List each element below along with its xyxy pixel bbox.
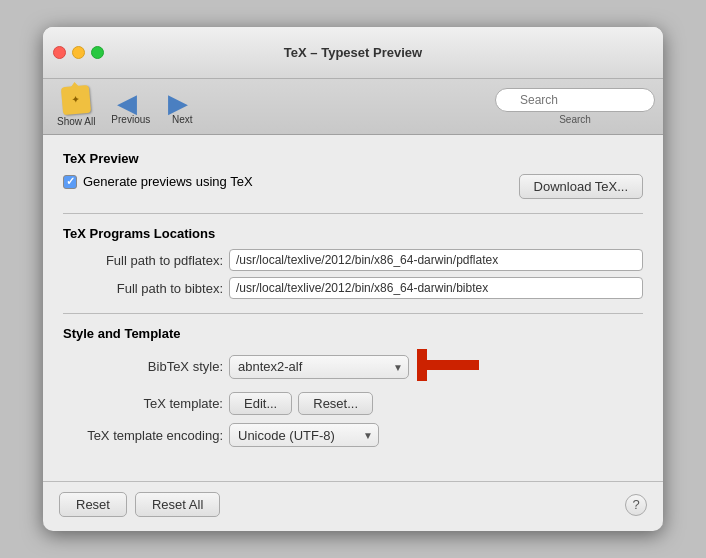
next-button[interactable]: Next bbox=[160, 84, 204, 129]
template-buttons: Edit... Reset... bbox=[229, 392, 373, 415]
tex-preview-section: TeX Preview Generate previews using TeX … bbox=[63, 151, 643, 199]
divider-1 bbox=[63, 213, 643, 214]
next-icon bbox=[168, 88, 196, 112]
red-arrow-indicator bbox=[417, 349, 482, 384]
divider-2 bbox=[63, 313, 643, 314]
main-window: TeX – Typeset Preview ✦ Show All Previou… bbox=[43, 27, 663, 531]
tex-programs-section: TeX Programs Locations Full path to pdfl… bbox=[63, 226, 643, 299]
search-wrapper: 🔍 Search bbox=[495, 88, 655, 125]
show-all-button[interactable]: ✦ Show All bbox=[51, 82, 101, 131]
minimize-button[interactable] bbox=[72, 46, 85, 59]
tex-preview-title: TeX Preview bbox=[63, 151, 643, 166]
pdflatex-row: Full path to pdflatex: bbox=[63, 249, 643, 271]
generate-previews-label: Generate previews using TeX bbox=[83, 174, 253, 189]
search-input[interactable] bbox=[495, 88, 655, 112]
checkbox-row: Generate previews using TeX bbox=[63, 174, 253, 189]
reset-template-button[interactable]: Reset... bbox=[298, 392, 373, 415]
pdflatex-input[interactable] bbox=[229, 249, 643, 271]
content-area: TeX Preview Generate previews using TeX … bbox=[43, 135, 663, 477]
previous-button[interactable]: Previous bbox=[105, 84, 156, 129]
bibtex-style-row: BibTeX style: abntex2-alf plain alpha un… bbox=[63, 349, 643, 384]
encoding-dropdown-wrapper: Unicode (UTF-8) UTF-8 Latin-1 ▼ bbox=[229, 423, 379, 447]
search-label: Search bbox=[559, 114, 591, 125]
titlebar: TeX – Typeset Preview bbox=[43, 27, 663, 79]
generate-previews-checkbox[interactable] bbox=[63, 175, 77, 189]
preview-row: Generate previews using TeX Download TeX… bbox=[63, 174, 643, 199]
help-button[interactable]: ? bbox=[625, 494, 647, 516]
encoding-row: TeX template encoding: Unicode (UTF-8) U… bbox=[63, 423, 643, 447]
encoding-dropdown[interactable]: Unicode (UTF-8) UTF-8 Latin-1 bbox=[229, 423, 379, 447]
reset-button[interactable]: Reset bbox=[59, 492, 127, 517]
search-input-wrapper: 🔍 bbox=[495, 88, 655, 112]
footer-buttons-left: Reset Reset All bbox=[59, 492, 220, 517]
reset-all-button[interactable]: Reset All bbox=[135, 492, 220, 517]
tex-programs-title: TeX Programs Locations bbox=[63, 226, 643, 241]
style-template-section: Style and Template BibTeX style: abntex2… bbox=[63, 326, 643, 447]
toolbar: ✦ Show All Previous Next 🔍 Search bbox=[43, 79, 663, 135]
bibtex-style-label: BibTeX style: bbox=[63, 359, 223, 374]
style-template-title: Style and Template bbox=[63, 326, 643, 341]
bibtex-path-label: Full path to bibtex: bbox=[63, 281, 223, 296]
pdflatex-label: Full path to pdflatex: bbox=[63, 253, 223, 268]
bibtex-style-dropdown[interactable]: abntex2-alf plain alpha unsrt bbox=[229, 355, 409, 379]
edit-template-button[interactable]: Edit... bbox=[229, 392, 292, 415]
window-title: TeX – Typeset Preview bbox=[284, 45, 422, 60]
footer: Reset Reset All ? bbox=[43, 481, 663, 531]
close-button[interactable] bbox=[53, 46, 66, 59]
previous-icon bbox=[117, 88, 145, 112]
traffic-lights bbox=[53, 46, 104, 59]
show-all-icon: ✦ bbox=[61, 85, 91, 115]
next-label: Next bbox=[172, 114, 193, 125]
bibtex-input[interactable] bbox=[229, 277, 643, 299]
tex-template-row: TeX template: Edit... Reset... bbox=[63, 392, 643, 415]
tex-template-label: TeX template: bbox=[63, 396, 223, 411]
bibtex-row: Full path to bibtex: bbox=[63, 277, 643, 299]
bibtex-style-dropdown-wrapper: abntex2-alf plain alpha unsrt ▼ bbox=[229, 355, 409, 379]
encoding-label: TeX template encoding: bbox=[63, 428, 223, 443]
red-arrow-svg bbox=[417, 349, 482, 381]
show-all-label: Show All bbox=[57, 116, 95, 127]
download-tex-button[interactable]: Download TeX... bbox=[519, 174, 643, 199]
maximize-button[interactable] bbox=[91, 46, 104, 59]
